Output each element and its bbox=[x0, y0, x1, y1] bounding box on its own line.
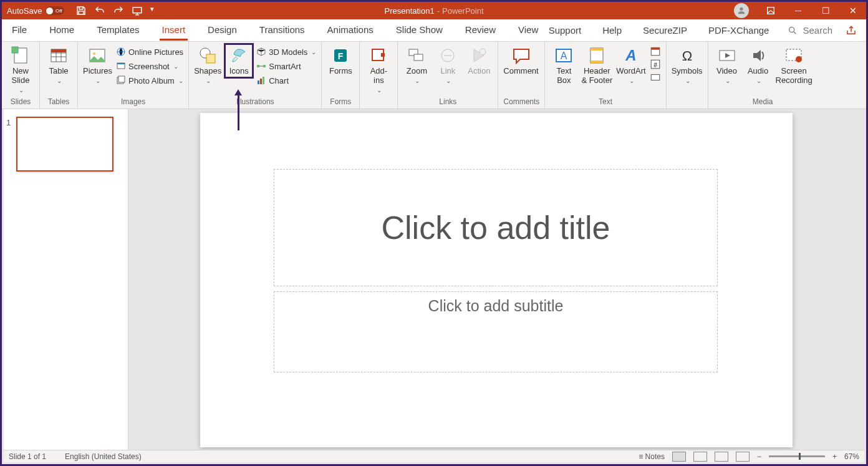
slide-canvas[interactable]: Click to add title Click to add subtitle bbox=[200, 113, 793, 447]
zoom-out-button[interactable]: − bbox=[757, 452, 761, 461]
svg-rect-34 bbox=[591, 61, 603, 63]
svg-rect-12 bbox=[117, 63, 125, 64]
search-box[interactable]: Search bbox=[788, 25, 832, 36]
slide-thumbnail-1[interactable]: 1 bbox=[16, 117, 113, 172]
redo-icon[interactable] bbox=[113, 5, 124, 16]
tab-home[interactable]: Home bbox=[47, 21, 77, 41]
slide-number-icon[interactable]: # bbox=[650, 59, 661, 70]
undo-icon[interactable] bbox=[94, 5, 105, 16]
symbols-button[interactable]: Ω Symbols bbox=[672, 44, 703, 84]
group-tables: Table Tables bbox=[40, 42, 78, 109]
toggle-switch[interactable]: Off bbox=[46, 6, 64, 15]
document-title: Presentation1 - PowerPoint bbox=[384, 6, 483, 16]
notes-button[interactable]: ≡ Notes bbox=[639, 452, 665, 461]
svg-rect-16 bbox=[206, 54, 215, 63]
zoom-in-button[interactable]: + bbox=[832, 452, 837, 461]
tab-animations[interactable]: Animations bbox=[325, 21, 376, 41]
date-time-icon[interactable] bbox=[650, 46, 661, 57]
link-button: Link bbox=[434, 44, 461, 84]
table-button[interactable]: Table bbox=[45, 44, 72, 84]
zoom-slider[interactable] bbox=[769, 455, 825, 457]
title-placeholder[interactable]: Click to add title bbox=[274, 169, 718, 286]
tab-file[interactable]: File bbox=[9, 21, 29, 41]
video-button[interactable]: Video bbox=[713, 44, 741, 84]
annotation-arrow bbox=[238, 94, 239, 130]
pictures-button[interactable]: Pictures bbox=[83, 44, 112, 84]
shapes-button[interactable]: Shapes bbox=[194, 44, 221, 84]
tab-review[interactable]: Review bbox=[463, 21, 498, 41]
reading-view-icon[interactable] bbox=[715, 452, 728, 462]
autosave-toggle[interactable]: AutoSave Off bbox=[2, 6, 64, 16]
online-pictures-button[interactable]: Online Pictures bbox=[116, 46, 183, 58]
smartart-button[interactable]: SmartArt bbox=[256, 60, 316, 72]
present-icon[interactable] bbox=[132, 5, 143, 16]
autosave-label: AutoSave bbox=[7, 6, 42, 16]
new-slide-button[interactable]: New Slide bbox=[7, 44, 34, 94]
zoom-level[interactable]: 67% bbox=[844, 452, 859, 461]
svg-point-3 bbox=[789, 27, 794, 32]
normal-view-icon[interactable] bbox=[672, 452, 686, 462]
group-forms: F Forms Forms bbox=[322, 42, 360, 109]
group-comments: Comment Comments bbox=[498, 42, 545, 109]
language-indicator[interactable]: English (United States) bbox=[65, 452, 142, 461]
screen-recording-button[interactable]: Screen Recording bbox=[776, 44, 813, 85]
user-avatar[interactable] bbox=[734, 3, 749, 18]
slideshow-view-icon[interactable] bbox=[736, 452, 750, 462]
icons-button[interactable]: Icons bbox=[225, 44, 253, 77]
tab-support[interactable]: Support bbox=[546, 21, 584, 39]
share-button[interactable] bbox=[842, 23, 860, 38]
svg-text:Ω: Ω bbox=[682, 48, 692, 64]
slide-counter[interactable]: Slide 1 of 1 bbox=[9, 452, 46, 461]
wordart-button[interactable]: A WordArt bbox=[616, 44, 645, 84]
svg-rect-33 bbox=[591, 48, 603, 51]
action-button: Action bbox=[465, 44, 493, 76]
group-images: Pictures Online Pictures Screenshot Phot… bbox=[78, 42, 189, 109]
group-addins: Add- ins bbox=[360, 42, 398, 109]
tab-insert[interactable]: Insert bbox=[160, 21, 188, 41]
save-icon[interactable] bbox=[75, 5, 87, 16]
tab-view[interactable]: View bbox=[516, 21, 541, 41]
chart-button[interactable]: Chart bbox=[256, 74, 316, 87]
svg-rect-17 bbox=[257, 65, 259, 67]
svg-rect-37 bbox=[651, 47, 660, 49]
slide-thumbnails-panel[interactable]: 1 bbox=[4, 109, 128, 450]
3d-models-button[interactable]: 3D Models bbox=[256, 46, 316, 58]
search-icon bbox=[788, 26, 798, 36]
svg-rect-18 bbox=[263, 65, 266, 67]
subtitle-placeholder[interactable]: Click to add subtitle bbox=[274, 291, 718, 372]
tab-design[interactable]: Design bbox=[205, 21, 239, 41]
audio-button[interactable]: Audio bbox=[745, 44, 772, 84]
tab-transitions[interactable]: Transitions bbox=[257, 21, 307, 41]
group-illustrations: Shapes Icons 3D Models SmartArt Chart Il… bbox=[189, 42, 322, 109]
comment-button[interactable]: Comment bbox=[503, 44, 538, 76]
title-bar: AutoSave Off ▾ Presentation1 - PowerPoin… bbox=[2, 2, 866, 19]
tab-help[interactable]: Help bbox=[600, 21, 624, 39]
maximize-button[interactable]: ☐ bbox=[813, 3, 839, 18]
header-footer-button[interactable]: Header & Footer bbox=[581, 44, 612, 85]
zoom-button[interactable]: Zoom bbox=[403, 44, 430, 84]
svg-rect-27 bbox=[414, 54, 423, 61]
sorter-view-icon[interactable] bbox=[693, 452, 707, 462]
svg-point-44 bbox=[796, 56, 802, 62]
minimize-button[interactable]: ─ bbox=[785, 3, 811, 18]
qat-more-icon[interactable]: ▾ bbox=[150, 5, 154, 16]
object-icon[interactable] bbox=[650, 72, 661, 83]
forms-button[interactable]: F Forms bbox=[327, 44, 354, 76]
tab-securezip[interactable]: SecureZIP bbox=[640, 21, 690, 39]
tab-templates[interactable]: Templates bbox=[94, 21, 142, 41]
addins-button[interactable]: Add- ins bbox=[365, 44, 392, 94]
screenshot-button[interactable]: Screenshot bbox=[116, 60, 183, 72]
ribbon-options-icon[interactable] bbox=[758, 3, 784, 18]
textbox-button[interactable]: A Text Box bbox=[550, 44, 577, 85]
tab-slideshow[interactable]: Slide Show bbox=[393, 21, 445, 41]
thumb-number: 1 bbox=[6, 118, 11, 127]
workspace: 1 Click to add title Click to add subtit… bbox=[4, 109, 864, 450]
photo-album-button[interactable]: Photo Album bbox=[116, 74, 183, 87]
close-button[interactable]: ✕ bbox=[840, 3, 866, 18]
svg-rect-5 bbox=[12, 47, 18, 53]
tab-pdfxchange[interactable]: PDF-XChange bbox=[706, 21, 772, 39]
svg-rect-40 bbox=[651, 75, 660, 80]
group-links: Zoom Link Action Links bbox=[398, 42, 498, 109]
window-controls: ─ ☐ ✕ bbox=[734, 3, 866, 18]
svg-rect-19 bbox=[258, 80, 259, 84]
